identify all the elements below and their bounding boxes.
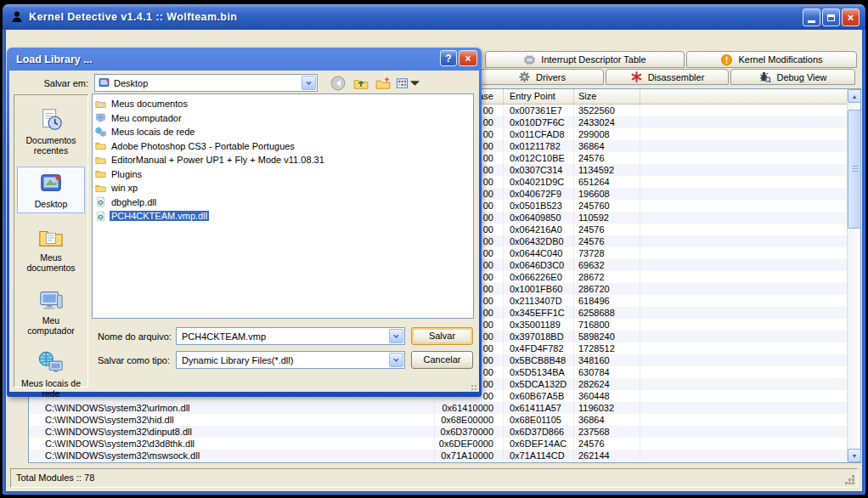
new-folder-button[interactable] xyxy=(374,74,392,93)
chevron-down-icon xyxy=(409,76,421,91)
file-list-item[interactable]: Meus documentos xyxy=(95,97,473,111)
file-list-item[interactable]: dbghelp.dll xyxy=(95,195,473,210)
menu-item[interactable] xyxy=(18,37,30,38)
column-header-entry-point[interactable]: Entry Point xyxy=(504,89,574,104)
file-icon xyxy=(95,211,106,222)
places-bar: Documentos recentes Desktop Meus documen… xyxy=(14,94,88,388)
file-list-item[interactable]: Meu computador xyxy=(95,111,473,126)
title-bar[interactable]: Kernel Detective v1.4.1 :: Wolfteam.bin … xyxy=(3,4,865,30)
back-icon xyxy=(330,76,346,91)
place-network-places[interactable]: Meus locais de rede xyxy=(17,347,85,402)
help-icon: ? xyxy=(445,53,451,65)
scroll-up-button[interactable]: ▲ xyxy=(848,89,861,103)
close-button[interactable]: × xyxy=(842,8,860,26)
up-folder-icon xyxy=(353,76,369,91)
column-header-size[interactable]: Size xyxy=(574,89,640,104)
desktop-icon xyxy=(98,76,110,89)
resize-grip[interactable] xyxy=(845,475,855,485)
close-icon: × xyxy=(848,12,854,23)
bug-icon xyxy=(758,71,771,83)
table-row[interactable]: C:\WINDOWS\system32\d3d8thk.dll 0x6DEF00… xyxy=(29,438,847,450)
file-icon xyxy=(95,155,106,166)
gear-icon xyxy=(518,71,531,83)
place-my-computer[interactable]: Meu computador xyxy=(17,284,85,339)
new-folder-icon xyxy=(375,76,391,91)
status-bar: Total Modules :: 78 xyxy=(10,468,858,488)
tab-debug-view[interactable]: Debug View xyxy=(730,69,855,85)
file-type-combobox[interactable]: Dynamic Library Files(*.dll) xyxy=(176,351,405,369)
dropdown-button[interactable] xyxy=(389,329,403,343)
menu-item[interactable] xyxy=(42,37,54,38)
file-icon xyxy=(95,112,106,123)
file-icon xyxy=(95,140,106,151)
tab-interrupt-descriptor-table[interactable]: Interrupt Descriptor Table xyxy=(485,51,685,68)
file-list-item[interactable]: Meus locais de rede xyxy=(95,125,473,139)
dialog-title-bar[interactable]: Load Library ... ? × xyxy=(9,48,479,71)
tab-label: Disassembler xyxy=(648,72,705,82)
views-button[interactable] xyxy=(396,74,421,93)
dialog-close-button[interactable]: × xyxy=(459,50,477,66)
scroll-down-button[interactable]: ▼ xyxy=(848,449,861,462)
tab-drivers[interactable]: Drivers xyxy=(480,69,604,85)
menu-item[interactable] xyxy=(6,37,18,38)
place-label: Documentos recentes xyxy=(19,135,83,156)
maximize-button[interactable] xyxy=(822,8,840,26)
save-in-combobox[interactable]: Desktop xyxy=(94,74,318,92)
my-documents-icon xyxy=(38,224,64,250)
table-row[interactable]: C:\WINDOWS\system32\urlmon.dll 0x6141000… xyxy=(29,402,847,414)
close-icon: × xyxy=(465,53,471,65)
file-list-item[interactable]: Plugins xyxy=(95,167,473,182)
back-button[interactable] xyxy=(329,74,347,93)
menu-item[interactable] xyxy=(54,37,65,38)
dialog-resize-grip[interactable] xyxy=(468,382,476,390)
arrow-up-icon: ▲ xyxy=(852,93,858,99)
menu-item[interactable] xyxy=(30,37,42,38)
menu-item[interactable] xyxy=(65,37,77,38)
person-icon xyxy=(10,10,24,24)
file-name-combobox[interactable]: PCH4CKTEAM.vmp xyxy=(176,327,405,345)
file-icon xyxy=(95,168,106,179)
file-list-item[interactable]: Adobe Photoshop CS3 - Portable Portugues xyxy=(95,139,473,154)
dropdown-button[interactable] xyxy=(389,353,403,367)
minimize-icon xyxy=(808,20,815,23)
table-row[interactable]: C:\WINDOWS\system32\mswsock.dll 0x71A100… xyxy=(29,450,847,461)
place-label: Meus documentos xyxy=(19,252,83,273)
place-my-documents[interactable]: Meus documentos xyxy=(17,221,85,276)
place-label: Meus locais de rede xyxy=(19,378,83,399)
my-computer-icon xyxy=(38,287,64,313)
place-desktop[interactable]: Desktop xyxy=(17,167,85,213)
dialog-body: Salvar em: Desktop Documentos recentes xyxy=(9,71,479,392)
tab-disassembler[interactable]: Disassembler xyxy=(606,69,729,85)
red-asterisk-icon xyxy=(630,71,643,83)
place-label: Desktop xyxy=(35,199,68,209)
tab-label: Interrupt Descriptor Table xyxy=(541,54,645,65)
save-button[interactable]: Salvar xyxy=(411,327,473,345)
file-list-item[interactable]: PCH4CKTEAM.vmp.dll xyxy=(95,209,473,224)
menu-bar xyxy=(6,30,862,44)
status-text: Total Modules :: 78 xyxy=(16,473,94,483)
tab-kernel-modifications[interactable]: Kernel Modifications xyxy=(686,51,857,68)
minimize-button[interactable] xyxy=(803,8,820,26)
up-folder-button[interactable] xyxy=(352,74,370,93)
warning-icon xyxy=(720,54,733,66)
cancel-button[interactable]: Cancelar xyxy=(411,351,473,369)
file-name-value[interactable]: PCH4CKTEAM.vmp xyxy=(179,331,385,342)
chevron-down-icon xyxy=(305,79,313,87)
vertical-scrollbar[interactable]: ▲ ▼ xyxy=(847,89,860,462)
chevron-down-icon xyxy=(392,332,400,340)
table-row[interactable]: C:\WINDOWS\system32\hid.dll 0x68E00000 0… xyxy=(29,414,847,426)
table-row[interactable]: C:\WINDOWS\system32\dinput8.dll 0x6D3700… xyxy=(29,426,847,438)
dialog-help-button[interactable]: ? xyxy=(440,50,457,66)
desktop-big-icon xyxy=(38,171,64,196)
file-list-item[interactable]: EditorManual + Power UP1 + Fly + Mode v1… xyxy=(95,153,473,167)
network-places-icon xyxy=(38,350,64,376)
save-in-label: Salvar em: xyxy=(16,77,88,89)
file-icon xyxy=(95,99,106,110)
file-list-item[interactable]: win xp xyxy=(95,181,473,195)
place-recent-documents[interactable]: Documentos recentes xyxy=(17,104,85,159)
maximize-icon xyxy=(827,14,835,21)
recent-docs-icon xyxy=(38,107,64,133)
dropdown-button[interactable] xyxy=(302,76,316,90)
arrow-down-icon: ▼ xyxy=(852,453,858,459)
scroll-thumb[interactable] xyxy=(848,110,861,229)
